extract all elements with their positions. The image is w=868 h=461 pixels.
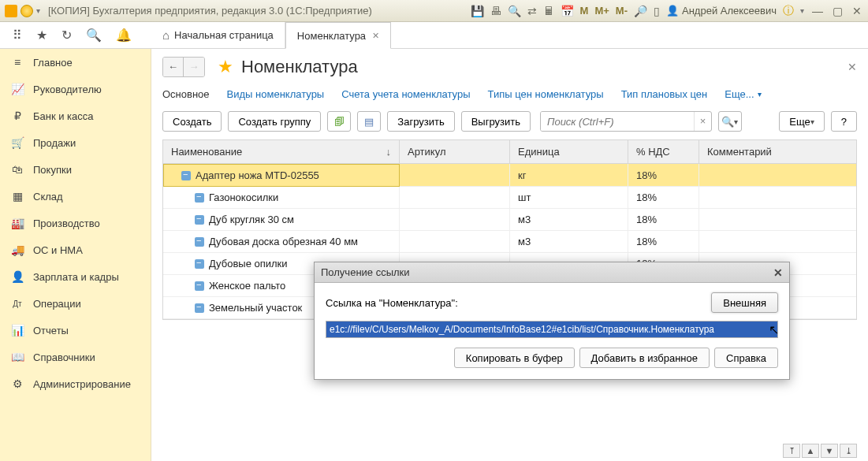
menu-icon: ≡ xyxy=(11,56,24,69)
load-button[interactable]: Загрузить xyxy=(387,111,454,132)
save-icon[interactable]: 💾 xyxy=(471,5,484,17)
close-window-button[interactable]: ✕ xyxy=(851,5,863,17)
apps-icon[interactable]: ⠿ xyxy=(13,28,22,43)
tree-collapse-icon[interactable] xyxy=(195,193,204,203)
tab-close-icon[interactable]: ✕ xyxy=(372,31,379,41)
external-link-button[interactable]: Внешняя xyxy=(711,292,778,313)
col-comment[interactable]: Комментарий xyxy=(699,140,856,164)
preview-icon[interactable]: 🔍 xyxy=(508,5,521,17)
col-vat[interactable]: % НДС xyxy=(628,140,699,164)
tree-collapse-icon[interactable] xyxy=(195,281,204,291)
link-pricetypes[interactable]: Типы цен номенклатуры xyxy=(488,88,604,100)
sidebar-item-main[interactable]: ≡Главное xyxy=(0,49,151,76)
nav-up-button[interactable]: ▲ xyxy=(802,444,819,458)
table-row[interactable]: Дубовая доска обрезная 40 ммм318% xyxy=(163,231,856,253)
panel-icon[interactable]: ▯ xyxy=(654,5,660,17)
dialog-help-button[interactable]: Справка xyxy=(714,348,778,368)
app-circle-icon[interactable] xyxy=(20,5,33,17)
tree-collapse-icon[interactable] xyxy=(195,303,204,313)
dialog-close-button[interactable]: ✕ xyxy=(773,266,783,279)
dialog-label: Ссылка на "Номенклатура": xyxy=(326,297,458,309)
nav-top-button[interactable]: ⤒ xyxy=(783,444,800,458)
cell-name: Дуб кругляк 30 см xyxy=(209,214,294,225)
page-close-button[interactable]: ✕ xyxy=(848,61,857,73)
compare-icon[interactable]: ⇄ xyxy=(527,5,537,17)
sidebar-item-manager[interactable]: 📈Руководителю xyxy=(0,76,151,102)
copy-button[interactable]: 🗐 xyxy=(327,111,351,132)
search-tool-icon[interactable]: 🔍 xyxy=(86,28,102,43)
create-button[interactable]: Создать xyxy=(162,111,222,132)
search-input[interactable] xyxy=(541,112,694,131)
mminus-btn[interactable]: M- xyxy=(616,5,628,17)
app-dropdown-icon[interactable]: ▾ xyxy=(36,6,40,15)
sidebar-item-reports[interactable]: 📊Отчеты xyxy=(0,317,151,344)
sidebar-item-production[interactable]: 🏭Производство xyxy=(0,210,151,236)
tree-collapse-icon[interactable] xyxy=(195,237,204,247)
info-icon[interactable]: ⓘ xyxy=(783,4,794,18)
search-field[interactable]: × xyxy=(540,111,712,132)
sort-icon: ↓ xyxy=(386,146,392,158)
minimize-button[interactable]: — xyxy=(810,5,825,17)
notifications-icon[interactable]: 🔔 xyxy=(116,28,132,43)
col-name[interactable]: Наименование↓ xyxy=(163,140,400,164)
list-button[interactable]: ▤ xyxy=(357,111,381,132)
sidebar-item-catalogs[interactable]: 📖Справочники xyxy=(0,344,151,370)
unload-button[interactable]: Выгрузить xyxy=(461,111,531,132)
copy-to-clipboard-button[interactable]: Копировать в буфер xyxy=(454,348,575,368)
print-icon[interactable]: 🖶 xyxy=(490,5,501,17)
nav-down-button[interactable]: ▼ xyxy=(821,444,838,458)
tree-collapse-icon[interactable] xyxy=(195,259,204,269)
sidebar-item-warehouse[interactable]: ▦Склад xyxy=(0,183,151,210)
col-unit[interactable]: Единица xyxy=(510,140,628,164)
cell-comment xyxy=(699,231,856,253)
zoom-icon[interactable]: 🔎 xyxy=(634,5,647,17)
tab-home[interactable]: Начальная страница xyxy=(151,22,285,48)
nav-forward-button[interactable]: → xyxy=(184,58,204,76)
sidebar-item-bank[interactable]: ₽Банк и касса xyxy=(0,102,151,129)
favorite-icon[interactable]: ★ xyxy=(36,28,47,43)
calendar-icon[interactable]: 📅 xyxy=(561,5,574,17)
link-url-field[interactable]: e1c://filev/C/Users/Melkov_A/Documents/I… xyxy=(326,321,778,338)
section-links: Основное Виды номенклатуры Счета учета н… xyxy=(162,88,857,100)
search-clear-button[interactable]: × xyxy=(694,112,711,131)
table-row[interactable]: Адаптер ножа MTD-02555кг18% xyxy=(163,164,856,187)
cell-comment xyxy=(699,187,856,209)
favorite-star-icon[interactable]: ★ xyxy=(218,57,233,77)
create-group-button[interactable]: Создать группу xyxy=(228,111,321,132)
history-icon[interactable]: ↻ xyxy=(61,28,72,43)
link-plantype[interactable]: Тип плановых цен xyxy=(621,88,708,100)
bag-icon: 🛍 xyxy=(11,163,24,176)
sidebar-item-admin[interactable]: ⚙Администрирование xyxy=(0,370,151,397)
nav-bottom-button[interactable]: ⤓ xyxy=(840,444,857,458)
cell-vat: 18% xyxy=(628,209,699,231)
table-row[interactable]: Дуб кругляк 30 смм318% xyxy=(163,209,856,231)
tree-collapse-icon[interactable] xyxy=(181,171,191,180)
link-more[interactable]: Еще... ▾ xyxy=(725,88,761,100)
search-scope-button[interactable]: 🔍 xyxy=(718,111,742,132)
info-drop-icon[interactable]: ▾ xyxy=(800,6,804,15)
calc-icon[interactable]: 🖩 xyxy=(543,5,554,17)
sidebar-item-sales[interactable]: 🛒Продажи xyxy=(0,129,151,156)
chart-icon: 📈 xyxy=(11,83,24,95)
tree-collapse-icon[interactable] xyxy=(195,215,204,225)
user-label[interactable]: 👤 Андрей Алексеевич xyxy=(666,5,777,17)
more-actions-button[interactable]: Еще xyxy=(779,111,824,132)
add-to-favorites-button[interactable]: Добавить в избранное xyxy=(579,348,710,368)
cart-icon: 🛒 xyxy=(11,136,24,149)
maximize-button[interactable]: ▢ xyxy=(831,5,844,17)
sidebar-item-salary[interactable]: 👤Зарплата и кадры xyxy=(0,263,151,290)
mplus-btn[interactable]: M+ xyxy=(594,5,609,17)
tab-nomenclature[interactable]: Номенклатура✕ xyxy=(285,22,391,49)
sidebar-item-assets[interactable]: 🚚ОС и НМА xyxy=(0,236,151,263)
col-article[interactable]: Артикул xyxy=(400,140,510,164)
table-row[interactable]: Газонокосилкишт18% xyxy=(163,187,856,209)
help-button[interactable]: ? xyxy=(831,111,857,132)
link-accounts[interactable]: Счета учета номенклатуры xyxy=(341,88,470,100)
cell-unit: м3 xyxy=(510,231,628,253)
link-types[interactable]: Виды номенклатуры xyxy=(227,88,325,100)
sidebar-item-operations[interactable]: ДтОперации xyxy=(0,290,151,317)
m-btn[interactable]: M xyxy=(580,5,589,17)
nav-back-button[interactable]: ← xyxy=(163,58,184,76)
link-main[interactable]: Основное xyxy=(162,88,210,100)
sidebar-item-purchase[interactable]: 🛍Покупки xyxy=(0,156,151,183)
